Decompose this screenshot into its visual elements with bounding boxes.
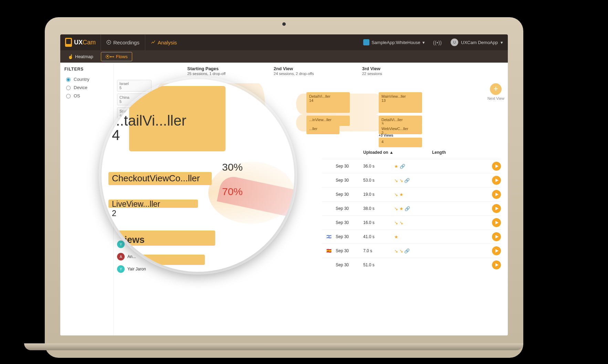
magnifier-overlay: ...tailVi...ller4 CheckoutViewCo...ller … [102,79,294,272]
play-button[interactable] [492,162,501,171]
table-row[interactable]: Sep 3019.0 s↘ ★ [322,187,501,201]
subnav-heatmap-label: Heatmap [75,54,93,59]
mag-big-label: ...tailVi...ller4 [112,114,186,142]
filter-country[interactable]: Country [64,75,109,83]
user-menu[interactable]: U UXCam DemoApp ▾ [446,39,508,46]
length-cell: 36.0 s [363,164,394,169]
play-button[interactable] [492,246,501,255]
col-second: 2nd View24 sessions, 2 drop-offs [274,66,314,76]
mag-bar-checkout-label: CheckoutViewCo...ller [112,173,200,184]
length-cell: 51.0 s [363,263,394,267]
col-third-title: 3rd View [362,66,382,71]
filter-os[interactable]: OS [64,92,109,100]
laptop-base [24,343,523,350]
date-cell: Sep 30 [336,178,363,183]
node-count: 13 [381,98,386,103]
filter-device-radio[interactable] [66,86,71,90]
play-button[interactable] [492,204,501,213]
icons-cell: ★ 🔗 [394,164,492,169]
src-count: 5 [119,99,122,104]
table-row[interactable]: Sep 3038.0 s↘ ★ 🔗 [322,201,501,215]
user-avatar: U [451,39,458,46]
node-count: 14 [309,98,313,103]
src-israel[interactable]: Israel5 [117,80,151,92]
mag-pct-70: 70% [222,186,243,197]
app-icon [363,39,369,45]
node-label: ...ller [309,127,337,131]
user-avatar: A [117,253,125,260]
flows-icon: ⦿⊷ [105,54,114,59]
sessions-table: Sep 3036.0 s★ 🔗Sep 3053.0 s↘ ↘ 🔗Sep 3019… [322,159,501,272]
subnav-flows[interactable]: ⦿⊷ Flows [101,52,132,61]
analysis-icon [151,40,156,45]
table-row[interactable]: Sep 3036.0 s★ 🔗 [322,159,501,173]
nav-analysis-label: Analysis [158,40,177,45]
src-count: 5 [119,86,122,90]
table-row[interactable]: Sep 3016.0 s↘ ↘ [322,215,501,229]
mag-bar-liveview-label: LiveView...ller2 [112,200,160,218]
play-button[interactable] [492,190,501,199]
app-selector[interactable]: SampleApp:WhiteHouse ▾ [359,39,429,45]
date-cell: Sep 30 [336,234,363,239]
chevron-down-icon: ▾ [422,40,425,45]
table-row[interactable]: 🇪🇸Sep 307.0 s↘ ↘ 🔗 [322,244,501,258]
sub-navbar: ☝ Heatmap ⦿⊷ Flows [60,50,508,63]
flow-node-detail[interactable]: DetailVi...ller14 [306,92,350,113]
logo[interactable]: UXCam [60,38,101,47]
nav-analysis[interactable]: Analysis [145,34,182,50]
src-label: Israel [119,82,129,86]
icons-cell: ↘ ↘ [394,220,492,225]
length-cell: 53.0 s [363,178,394,183]
col-starting-sub: 25 sessions, 1 drop-off [187,72,226,76]
table-row[interactable]: Sep 3053.0 s↘ ↘ 🔗 [322,173,501,187]
main-navbar: UXCam Recordings Analysis SampleApp:Whit… [60,34,508,50]
node-label: MainView...ller [381,94,419,98]
logo-icon [65,38,72,47]
play-button[interactable] [492,176,501,185]
plus-icon: + [490,83,502,95]
more-views[interactable]: +3 Views [379,133,393,137]
play-button[interactable] [492,260,501,269]
filter-country-radio[interactable] [66,77,71,82]
th-uploaded[interactable]: Uploaded on ▲ [363,150,432,155]
icons-cell: ↘ ★ [394,192,492,197]
filters-title: FILTERS [64,67,109,72]
date-cell: Sep 30 [336,192,363,197]
date-cell: Sep 30 [336,248,363,253]
flag-cell: 🇪🇸 [322,248,336,253]
next-view-label: Next View [488,96,504,100]
flow-node-webview[interactable]: WebViewC...ller2 [379,125,422,134]
col-third-sub: 22 sessions [362,72,382,76]
user-avatar: Y [117,265,125,273]
user-row[interactable]: YYair Jaron [117,263,146,275]
th-length[interactable]: Length [432,150,501,155]
node-label: DetailVi...ller [309,94,347,98]
flow-node-detail3[interactable]: DetailVi...ller3 [379,116,422,125]
filter-os-radio[interactable] [66,94,71,98]
nav-recordings-label: Recordings [113,40,139,45]
user-avatar: Y [117,240,125,248]
play-button[interactable] [492,232,501,241]
table-row[interactable]: 🇮🇱Sep 3041.0 s★ [322,229,501,244]
filter-os-label: OS [74,93,80,98]
chevron-down-icon: ▾ [501,40,503,45]
subnav-heatmap[interactable]: ☝ Heatmap [64,52,97,61]
col-second-title: 2nd View [274,66,314,71]
node-count: 4 [381,140,384,144]
node-label: WebViewC...ller [381,127,419,131]
table-row[interactable]: Sep 3051.0 s [322,258,501,272]
flow-node-ller[interactable]: ...ller [306,125,339,134]
flow-node-more[interactable]: 4 [379,138,422,147]
col-third: 3rd View22 sessions [362,66,382,76]
play-button[interactable] [492,218,501,227]
broadcast-icon[interactable]: ((•)) [429,40,446,45]
flow-node-mainview[interactable]: MainView...ller13 [379,92,422,113]
date-cell: Sep 30 [336,220,363,225]
filter-device[interactable]: Device [64,83,109,92]
col-second-sub: 24 sessions, 2 drop-offs [274,72,314,76]
filter-device-label: Device [74,85,87,90]
next-view-button[interactable]: + Next View [488,83,504,100]
nav-recordings[interactable]: Recordings [101,34,145,50]
play-circle-icon [106,40,111,45]
camera-dot [282,22,286,26]
